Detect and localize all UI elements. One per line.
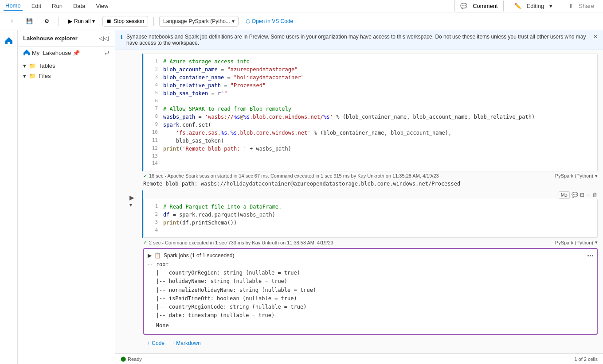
sidebar-item-tables[interactable]: ▾ 📁 Tables — [18, 61, 115, 71]
cell-2-status-left: ✓ 2 sec - Command executed in 1 sec 733 … — [143, 240, 333, 245]
cell-2: ▶ ▾ Mↄ 💬 ⊟ ··· — [115, 190, 603, 337]
check-icon-cell1: ✓ — [143, 173, 147, 179]
add-comment-btn[interactable]: 💬 — [572, 192, 578, 198]
cell-2-code[interactable]: 1 # Read Parquet file into a DataFrame. … — [143, 199, 598, 238]
cell-1-language-badge[interactable]: PySpark (Python) ▾ — [555, 173, 598, 179]
comment-button[interactable]: 💬 Comment — [454, 0, 503, 12]
cell-1-status-left: ✓ 16 sec - Apache Spark session started … — [143, 173, 439, 179]
cell-count-text: 1 of 2 cells — [574, 356, 598, 362]
cell-1-row: 1 # Azure storage access info 2 blob_acc… — [115, 54, 603, 171]
add-cell-button[interactable]: ＋ — [5, 15, 19, 27]
chevron-right-icon: ▾ — [23, 62, 26, 69]
menu-view[interactable]: View — [94, 2, 110, 10]
lakehouse-name-row: My_Lakehouse 📌 ⇄ — [18, 46, 115, 59]
lang-chevron-icon: ▾ — [232, 18, 235, 24]
menu-home[interactable]: Home — [4, 1, 23, 11]
toolbar-divider-2 — [153, 17, 154, 26]
markdown-cell-btn[interactable]: Mↄ — [559, 191, 570, 199]
close-banner-button[interactable]: ✕ — [593, 34, 598, 40]
toolbar-divider-1 — [59, 17, 59, 26]
code-line-4: 4 blob_relative_path = "Processed" — [144, 81, 597, 89]
cell-1-status-text: 16 sec - Apache Spark session started in… — [149, 173, 439, 178]
cell-2-status-row: ✓ 2 sec - Command executed in 1 sec 733 … — [143, 238, 603, 246]
menu-run[interactable]: Run — [50, 2, 64, 10]
spark-chevron-icon: ▶ — [148, 252, 152, 259]
cell-1-code[interactable]: 1 # Azure storage access info 2 blob_acc… — [143, 54, 598, 171]
menu-bar: Home Edit Run Data View 💬 Comment ✏️ Edi… — [0, 0, 603, 12]
notebook-area: ℹ Synapse notebooks and Spark job defini… — [115, 30, 603, 364]
code-line-12: 12 print('Remote blob path: ' + wasbs_pa… — [144, 145, 597, 153]
run-all-button[interactable]: ▶ Run all ▾ — [64, 16, 99, 27]
cell-2-run-controls: ▶ ▾ — [129, 194, 134, 208]
lakehouse-icon-button[interactable] — [2, 34, 16, 48]
status-ready-text: Ready — [128, 356, 142, 362]
schema-output: ··· root |-- countryOrRegion: string (nu… — [148, 260, 593, 330]
save-button[interactable]: 💾 — [22, 16, 37, 27]
svg-marker-1 — [5, 37, 12, 41]
split-cell-btn[interactable]: ⊟ — [580, 192, 584, 198]
schema-text: root |-- countryOrRegion: string (nullab… — [156, 260, 316, 330]
editing-button[interactable]: ✏️ Editing ▾ — [509, 0, 558, 12]
svg-rect-2 — [8, 42, 10, 44]
run-cell-expand[interactable]: ▾ — [129, 202, 134, 208]
delete-cell-btn[interactable]: 🗑 — [592, 192, 598, 198]
lakehouse-switch-icon[interactable]: ⇄ — [105, 50, 110, 56]
c2-line-4: 4 — [144, 227, 597, 234]
code-line-5: 5 blob_sas_token = r"" — [144, 89, 597, 97]
open-vscode-button[interactable]: ⬡ Open in VS Code — [242, 16, 297, 26]
status-left: ⬤ Ready — [121, 356, 142, 362]
lakehouse-pin-icon[interactable]: 📌 — [73, 50, 80, 56]
cell-1-output: Remote blob path: wasbs://holidaydatacon… — [143, 180, 603, 190]
collapse-sidebar-button[interactable]: ◁◁ — [98, 34, 110, 43]
top-right-actions: 💬 Comment ✏️ Editing ▾ ⬆ Share — [454, 0, 599, 12]
add-markdown-button[interactable]: + Markdown — [172, 340, 201, 346]
c2-line-1: 1 # Read Parquet file into a DataFrame. — [144, 203, 597, 211]
code-line-3: 3 blob_container_name = "holidaydatacont… — [144, 74, 597, 81]
spark-jobs-menu[interactable] — [587, 255, 593, 256]
cell-2-language-badge[interactable]: PySpark (Python) ▾ — [555, 240, 598, 245]
notebook-scroll[interactable]: 1 # Azure storage access info 2 blob_acc… — [115, 50, 603, 353]
cell-2-lines: 1 # Read Parquet file into a DataFrame. … — [144, 199, 597, 238]
spark-jobs-label: Spark jobs (1 of 1 succeeded) — [164, 252, 234, 259]
more-cell-options-btn[interactable]: ··· — [586, 192, 591, 198]
status-dot-icon: ⬤ — [121, 356, 126, 362]
chevron-right-icon-files: ▾ — [23, 73, 26, 79]
cell-2-toolbar: Mↄ 💬 ⊟ ··· 🗑 — [143, 190, 603, 199]
sidebar-nav: ▾ 📁 Tables ▾ 📁 Files — [18, 59, 115, 83]
folder-icon-files: 📁 — [29, 73, 36, 79]
schema-none: None — [156, 321, 316, 330]
add-code-button[interactable]: + Code — [147, 340, 164, 346]
sidebar-title: Lakehouse explorer — [23, 35, 78, 42]
cell-2-output-box: ▶ 📋 Spark jobs (1 of 1 succeeded) — [143, 248, 598, 335]
sidebar-item-files[interactable]: ▾ 📁 Files — [18, 71, 115, 81]
left-icon-panel — [0, 30, 18, 364]
share-button[interactable]: ⬆ Share — [563, 0, 599, 12]
spark-jobs-header[interactable]: ▶ 📋 Spark jobs (1 of 1 succeeded) — [148, 252, 593, 259]
schema-field-1: |-- countryOrRegion: string (nullable = … — [156, 269, 316, 277]
cell-1-lines: 1 # Azure storage access info 2 blob_acc… — [144, 54, 597, 171]
share-icon: ⬆ — [567, 2, 575, 10]
stop-session-button[interactable]: ⏹ Stop session — [102, 16, 148, 27]
main-layout: Lakehouse explorer ◁◁ My_Lakehouse 📌 ⇄ ▾ — [0, 30, 603, 364]
code-line-1: 1 # Azure storage access info — [144, 58, 597, 66]
cell-2-content: Mↄ 💬 ⊟ ··· 🗑 — [143, 190, 603, 238]
save-icon: 💾 — [26, 18, 33, 24]
stop-icon: ⏹ — [106, 18, 112, 24]
add-cell-row: + Code + Markdown — [115, 337, 603, 350]
spark-jobs-table-icon: 📋 — [154, 252, 161, 259]
settings-button[interactable]: ⚙ — [40, 16, 53, 27]
schema-field-4: |-- isPaidTimeOff: boolean (nullable = t… — [156, 294, 316, 303]
cell-1-status-row: ✓ 16 sec - Apache Spark session started … — [143, 171, 603, 180]
language-selector[interactable]: Language PySpark (Pytho... ▾ — [159, 16, 239, 27]
info-banner: ℹ Synapse notebooks and Spark job defini… — [115, 30, 603, 50]
code-line-11: 11 blob_sas_token) — [144, 137, 597, 145]
schema-field-6: |-- date: timestamp (nullable = true) — [156, 311, 316, 320]
run-cell-button[interactable]: ▶ — [129, 194, 134, 201]
cell-2-status-text: 2 sec - Command executed in 1 sec 733 ms… — [149, 240, 333, 245]
svg-rect-5 — [25, 54, 28, 55]
menu-edit[interactable]: Edit — [30, 2, 43, 10]
menu-data[interactable]: Data — [71, 2, 87, 10]
run-icon: ▶ — [68, 18, 72, 24]
code-line-14: 14 — [144, 160, 597, 167]
lang-chevron-cell2: ▾ — [595, 240, 598, 245]
